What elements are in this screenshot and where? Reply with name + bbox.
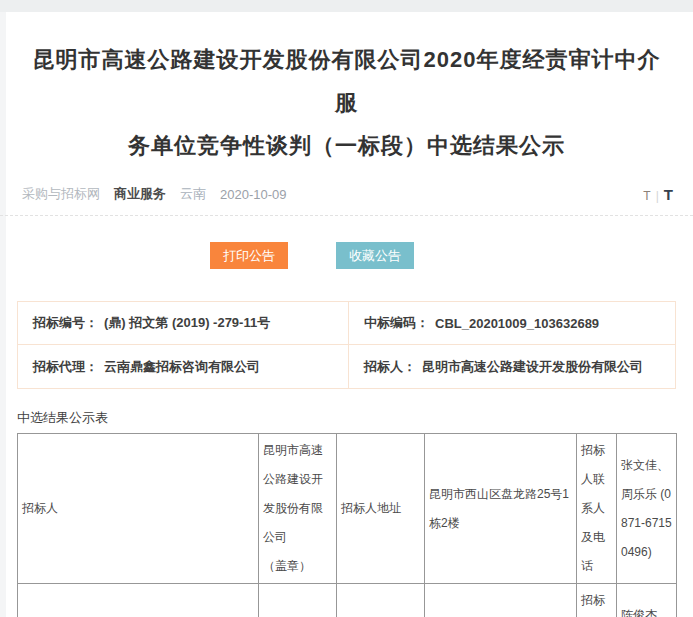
breadcrumb: 采购与招标网 商业服务 云南 2020-10-09 T | T <box>22 183 673 205</box>
bid-summary-box: 招标编号： (鼎) 招文第 (2019) -279-11号 中标编码： CBL_… <box>17 301 676 389</box>
tenderee-contact-label: 招标人联系人及电话 <box>577 434 617 584</box>
agency-contact-label: 招标代理机构联系人及电话 <box>577 584 617 617</box>
font-size-controls: T | T <box>643 186 673 203</box>
win-code-value: CBL_20201009_103632689 <box>435 316 599 331</box>
tenderee-name-cell: 昆明市高速公路建设开发股份有限公司 （盖章） <box>259 434 337 584</box>
breadcrumb-category-link[interactable]: 商业服务 <box>114 185 166 203</box>
publish-date: 2020-10-09 <box>220 187 287 202</box>
breadcrumb-region-link[interactable]: 云南 <box>180 185 206 203</box>
summary-win-code-cell: 中标编码： CBL_20201009_103632689 <box>349 302 676 345</box>
agency-address-label: 招标代理机构地址 <box>337 584 425 617</box>
announcement-page: 昆明市高速公路建设开发股份有限公司2020年度经责审计中介服 务单位竞争性谈判（… <box>0 12 693 617</box>
bid-number-label: 招标编号： <box>33 314 98 332</box>
action-buttons-row: 打印公告 收藏公告 <box>0 216 693 269</box>
agency-value: 云南鼎鑫招标咨询有限公司 <box>104 358 260 376</box>
tenderee-address-cell: 昆明市西山区盘龙路25号1栋2楼 <box>425 434 577 584</box>
tenderee-contact-cell: 张文佳、周乐乐 (0871-67150496) <box>617 434 677 584</box>
table-row: 招标代理机构 云南鼎鑫招标咨询有限公司 招标代理机构地址 昆明市五华区科普路国地… <box>18 584 677 617</box>
tenderee-address-label: 招标人地址 <box>337 434 425 584</box>
bid-number-value: (鼎) 招文第 (2019) -279-11号 <box>104 314 270 332</box>
font-size-decrease-button[interactable]: T <box>643 189 650 203</box>
result-table: 招标人 昆明市高速公路建设开发股份有限公司 （盖章） 招标人地址 昆明市西山区盘… <box>17 433 677 617</box>
tenderee-label: 招标人： <box>364 358 416 376</box>
tenderee-row-label: 招标人 <box>18 434 259 584</box>
result-table-caption: 中选结果公示表 <box>17 409 693 427</box>
page-title-line1: 昆明市高速公路建设开发股份有限公司2020年度经责审计中介服 <box>33 47 661 115</box>
agency-label: 招标代理： <box>33 358 98 376</box>
top-page-strip <box>0 0 693 12</box>
print-announcement-button[interactable]: 打印公告 <box>210 242 288 269</box>
win-code-label: 中标编码： <box>364 314 429 332</box>
favorite-announcement-button[interactable]: 收藏公告 <box>336 242 414 269</box>
page-title: 昆明市高速公路建设开发股份有限公司2020年度经责审计中介服 务单位竞争性谈判（… <box>28 38 665 167</box>
font-size-separator: | <box>656 189 659 203</box>
summary-tenderee-cell: 招标人： 昆明市高速公路建设开发股份有限公司 <box>349 345 676 388</box>
agency-row-label: 招标代理机构 <box>18 584 259 617</box>
breadcrumb-source-link[interactable]: 采购与招标网 <box>22 185 100 203</box>
agency-address-cell: 昆明市五华区科普路国地尚诚商务中心B座14楼 <box>425 584 577 617</box>
agency-name-cell: 云南鼎鑫招标咨询有限公司 <box>259 584 337 617</box>
tenderee-value: 昆明市高速公路建设开发股份有限公司 <box>422 358 643 376</box>
agency-contact-cell: 陈俊杰、杨云辉 (0871-65847248转6020) <box>617 584 677 617</box>
summary-bid-number-cell: 招标编号： (鼎) 招文第 (2019) -279-11号 <box>18 302 349 345</box>
summary-agency-cell: 招标代理： 云南鼎鑫招标咨询有限公司 <box>18 345 349 388</box>
page-title-line2: 务单位竞争性谈判（一标段）中选结果公示 <box>128 133 565 158</box>
font-size-increase-button[interactable]: T <box>664 186 673 203</box>
table-row: 招标人 昆明市高速公路建设开发股份有限公司 （盖章） 招标人地址 昆明市西山区盘… <box>18 434 677 584</box>
